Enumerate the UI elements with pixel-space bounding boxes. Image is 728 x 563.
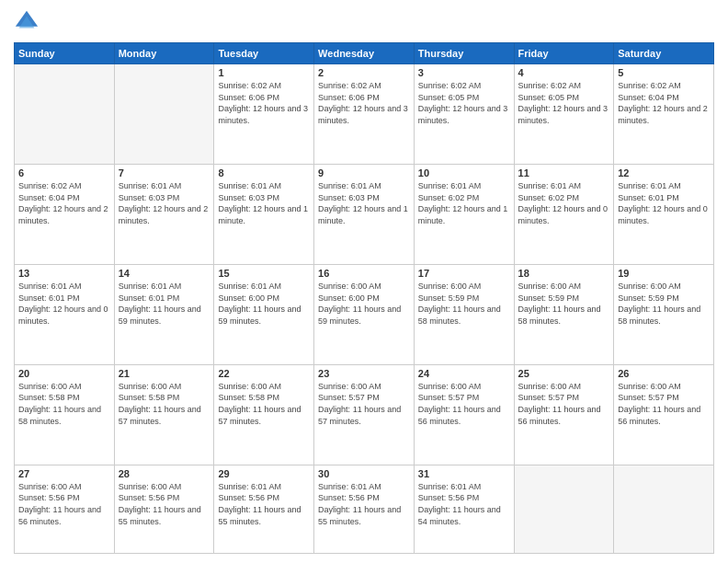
header-row: SundayMondayTuesdayWednesdayThursdayFrid…: [15, 43, 714, 64]
day-number: 1: [218, 67, 310, 78]
day-number: 5: [618, 67, 710, 78]
header-day-sunday: Sunday: [15, 43, 115, 64]
day-number: 25: [518, 368, 610, 379]
day-cell: 30Sunrise: 6:01 AM Sunset: 5:56 PM Dayli…: [314, 465, 415, 553]
day-number: 23: [318, 368, 410, 379]
week-row-5: 27Sunrise: 6:00 AM Sunset: 5:56 PM Dayli…: [15, 465, 714, 553]
day-number: 13: [18, 268, 110, 279]
day-info: Sunrise: 6:02 AM Sunset: 6:06 PM Dayligh…: [318, 80, 410, 126]
day-number: 22: [218, 368, 310, 379]
day-number: 10: [418, 167, 510, 178]
day-number: 26: [618, 368, 710, 379]
header-day-monday: Monday: [114, 43, 214, 64]
day-number: 28: [119, 468, 210, 479]
day-info: Sunrise: 6:00 AM Sunset: 6:00 PM Dayligh…: [318, 281, 410, 327]
logo-icon: [14, 9, 40, 35]
calendar-table: SundayMondayTuesdayWednesdayThursdayFrid…: [14, 42, 714, 554]
day-info: Sunrise: 6:01 AM Sunset: 6:03 PM Dayligh…: [218, 180, 310, 226]
day-info: Sunrise: 6:00 AM Sunset: 5:57 PM Dayligh…: [618, 381, 710, 427]
day-number: 16: [318, 268, 410, 279]
day-number: 29: [218, 468, 310, 479]
day-cell: 23Sunrise: 6:00 AM Sunset: 5:57 PM Dayli…: [314, 364, 415, 465]
day-info: Sunrise: 6:01 AM Sunset: 5:56 PM Dayligh…: [318, 481, 410, 527]
day-info: Sunrise: 6:02 AM Sunset: 6:04 PM Dayligh…: [18, 180, 110, 226]
week-row-1: 1Sunrise: 6:02 AM Sunset: 6:06 PM Daylig…: [15, 64, 714, 165]
day-cell: 16Sunrise: 6:00 AM Sunset: 6:00 PM Dayli…: [314, 264, 415, 364]
day-info: Sunrise: 6:00 AM Sunset: 5:59 PM Dayligh…: [518, 281, 610, 327]
day-cell: 5Sunrise: 6:02 AM Sunset: 6:04 PM Daylig…: [614, 64, 714, 165]
day-number: 21: [119, 368, 210, 379]
day-cell: 25Sunrise: 6:00 AM Sunset: 5:57 PM Dayli…: [514, 364, 614, 465]
day-cell: 19Sunrise: 6:00 AM Sunset: 5:59 PM Dayli…: [614, 264, 714, 364]
day-cell: 1Sunrise: 6:02 AM Sunset: 6:06 PM Daylig…: [214, 64, 314, 165]
day-cell: 17Sunrise: 6:00 AM Sunset: 5:59 PM Dayli…: [414, 264, 514, 364]
day-info: Sunrise: 6:00 AM Sunset: 5:58 PM Dayligh…: [119, 381, 210, 427]
day-cell: 4Sunrise: 6:02 AM Sunset: 6:05 PM Daylig…: [514, 64, 614, 165]
day-cell: 21Sunrise: 6:00 AM Sunset: 5:58 PM Dayli…: [114, 364, 214, 465]
day-cell: 20Sunrise: 6:00 AM Sunset: 5:58 PM Dayli…: [15, 364, 115, 465]
day-cell: 7Sunrise: 6:01 AM Sunset: 6:03 PM Daylig…: [114, 164, 214, 264]
day-cell: 3Sunrise: 6:02 AM Sunset: 6:05 PM Daylig…: [414, 64, 514, 165]
day-info: Sunrise: 6:00 AM Sunset: 5:58 PM Dayligh…: [218, 381, 310, 427]
day-cell: 11Sunrise: 6:01 AM Sunset: 6:02 PM Dayli…: [514, 164, 614, 264]
week-row-4: 20Sunrise: 6:00 AM Sunset: 5:58 PM Dayli…: [15, 364, 714, 465]
day-cell: [614, 465, 714, 553]
day-cell: 26Sunrise: 6:00 AM Sunset: 5:57 PM Dayli…: [614, 364, 714, 465]
day-cell: 12Sunrise: 6:01 AM Sunset: 6:01 PM Dayli…: [614, 164, 714, 264]
day-number: 31: [418, 468, 510, 479]
day-info: Sunrise: 6:02 AM Sunset: 6:04 PM Dayligh…: [618, 80, 710, 126]
day-cell: 27Sunrise: 6:00 AM Sunset: 5:56 PM Dayli…: [15, 465, 115, 553]
logo: [14, 9, 41, 35]
day-number: 15: [218, 268, 310, 279]
day-number: 11: [518, 167, 610, 178]
day-info: Sunrise: 6:01 AM Sunset: 6:03 PM Dayligh…: [318, 180, 410, 226]
day-number: 19: [618, 268, 710, 279]
day-cell: 13Sunrise: 6:01 AM Sunset: 6:01 PM Dayli…: [15, 264, 115, 364]
day-info: Sunrise: 6:00 AM Sunset: 5:56 PM Dayligh…: [18, 481, 110, 527]
day-cell: [514, 465, 614, 553]
day-number: 24: [418, 368, 510, 379]
header-day-thursday: Thursday: [414, 43, 514, 64]
day-cell: 6Sunrise: 6:02 AM Sunset: 6:04 PM Daylig…: [15, 164, 115, 264]
day-cell: [15, 64, 115, 165]
day-number: 6: [18, 167, 110, 178]
day-info: Sunrise: 6:01 AM Sunset: 5:56 PM Dayligh…: [418, 481, 510, 527]
day-info: Sunrise: 6:01 AM Sunset: 6:02 PM Dayligh…: [518, 180, 610, 226]
day-cell: 28Sunrise: 6:00 AM Sunset: 5:56 PM Dayli…: [114, 465, 214, 553]
week-row-3: 13Sunrise: 6:01 AM Sunset: 6:01 PM Dayli…: [15, 264, 714, 364]
day-info: Sunrise: 6:01 AM Sunset: 6:01 PM Dayligh…: [119, 281, 210, 327]
day-number: 8: [218, 167, 310, 178]
day-info: Sunrise: 6:01 AM Sunset: 6:01 PM Dayligh…: [18, 281, 110, 327]
day-info: Sunrise: 6:00 AM Sunset: 5:58 PM Dayligh…: [18, 381, 110, 427]
day-number: 17: [418, 268, 510, 279]
day-number: 12: [618, 167, 710, 178]
header-day-saturday: Saturday: [614, 43, 714, 64]
day-cell: 9Sunrise: 6:01 AM Sunset: 6:03 PM Daylig…: [314, 164, 415, 264]
day-cell: 8Sunrise: 6:01 AM Sunset: 6:03 PM Daylig…: [214, 164, 314, 264]
day-number: 14: [119, 268, 210, 279]
day-info: Sunrise: 6:02 AM Sunset: 6:05 PM Dayligh…: [418, 80, 510, 126]
day-info: Sunrise: 6:00 AM Sunset: 5:57 PM Dayligh…: [418, 381, 510, 427]
day-info: Sunrise: 6:00 AM Sunset: 5:56 PM Dayligh…: [119, 481, 210, 527]
header-day-tuesday: Tuesday: [214, 43, 314, 64]
day-cell: 22Sunrise: 6:00 AM Sunset: 5:58 PM Dayli…: [214, 364, 314, 465]
day-number: 18: [518, 268, 610, 279]
day-info: Sunrise: 6:02 AM Sunset: 6:05 PM Dayligh…: [518, 80, 610, 126]
day-cell: [114, 64, 214, 165]
day-number: 3: [418, 67, 510, 78]
day-info: Sunrise: 6:00 AM Sunset: 5:59 PM Dayligh…: [418, 281, 510, 327]
day-number: 9: [318, 167, 410, 178]
day-cell: 24Sunrise: 6:00 AM Sunset: 5:57 PM Dayli…: [414, 364, 514, 465]
day-info: Sunrise: 6:00 AM Sunset: 5:57 PM Dayligh…: [518, 381, 610, 427]
day-cell: 14Sunrise: 6:01 AM Sunset: 6:01 PM Dayli…: [114, 264, 214, 364]
day-number: 30: [318, 468, 410, 479]
header: [14, 9, 714, 35]
day-info: Sunrise: 6:01 AM Sunset: 5:56 PM Dayligh…: [218, 481, 310, 527]
week-row-2: 6Sunrise: 6:02 AM Sunset: 6:04 PM Daylig…: [15, 164, 714, 264]
day-info: Sunrise: 6:02 AM Sunset: 6:06 PM Dayligh…: [218, 80, 310, 126]
page: SundayMondayTuesdayWednesdayThursdayFrid…: [0, 0, 728, 563]
day-cell: 15Sunrise: 6:01 AM Sunset: 6:00 PM Dayli…: [214, 264, 314, 364]
day-info: Sunrise: 6:01 AM Sunset: 6:00 PM Dayligh…: [218, 281, 310, 327]
day-number: 20: [18, 368, 110, 379]
day-info: Sunrise: 6:00 AM Sunset: 5:57 PM Dayligh…: [318, 381, 410, 427]
